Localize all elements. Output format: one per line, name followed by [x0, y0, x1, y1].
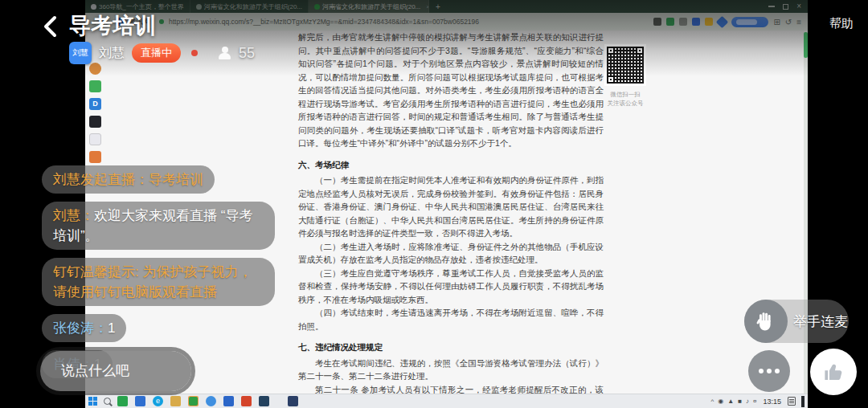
tab-favicon	[314, 4, 320, 10]
system-tray: ^ ◉ ▲ ■ ♪ ¤ 13:15	[711, 396, 805, 407]
qr-caption: 微信扫一扫 关注该公众号	[596, 90, 654, 108]
tray-icon: ▲	[727, 398, 734, 405]
chat-input[interactable]: 说点什么吧	[40, 351, 191, 391]
thumbs-up-icon	[821, 360, 845, 384]
taskbar-search-icon	[104, 398, 111, 405]
refresh-icon: ↺	[785, 18, 792, 27]
qr-block: 微信扫一扫 关注该公众号	[596, 47, 654, 108]
like-button[interactable]	[810, 349, 857, 395]
chat-sender-name: 张俊涛：	[53, 320, 108, 336]
article-paragraph: 第二十一条 参加考试人员有以下情形之一，经监考老师提醒后不改正的，该科考试成绩按…	[298, 383, 604, 394]
chat-message-system: 刘慧发起直播：导考培训	[42, 165, 215, 194]
taskbar-app-icon	[259, 396, 269, 406]
taskbar-app-icon	[241, 396, 252, 406]
chat-text: 刘慧发起直播：导考培训	[53, 172, 203, 187]
chat-text: 钉钉温馨提示: 为保护孩子视力，请使用钉钉电脑版观看直播	[53, 264, 252, 300]
article-paragraph: （一）考生需提前在指定时间凭本人准考证和有效期内的身份证件原件，到指定地点经监考…	[298, 173, 604, 240]
help-button[interactable]: 帮助	[829, 16, 854, 31]
desktop-shortcut-icon	[89, 116, 101, 128]
taskbar-app-icon-active	[188, 396, 199, 406]
viewer-count: 55	[239, 45, 255, 62]
new-tab-button: +	[429, 2, 447, 11]
browser-tab-active: 河南省文化和旅游厅关于组织(20... ×	[309, 0, 429, 13]
browser-logo-icon	[716, 15, 729, 28]
taskbar-app-icon: e	[153, 396, 163, 406]
taskbar-app-icon	[288, 396, 298, 406]
tab-favicon	[91, 4, 96, 10]
host-info-row: 刘慧 刘慧 直播中 55	[69, 42, 255, 64]
desktop-shortcut-icon	[89, 133, 101, 145]
article-paragraph: （四）考试结束时，考生请迅速离开考场，不得在考场附近逗留、喧哗，不得拍照。	[298, 306, 604, 333]
chat-sender-name: 刘慧：	[53, 208, 94, 223]
secure-site-icon	[159, 19, 164, 24]
url-text: https://mp.weixin.qq.com/s?__biz=MzItOTg…	[169, 18, 649, 26]
chat-message: 张俊涛：1	[42, 314, 126, 342]
browser-tab-bar: 360导航_一个主页，整个世界 河南省文化和旅游厅关于组织(20... 河南省文…	[85, 0, 808, 13]
browser-tab: 河南省文化和旅游厅关于组织(20...	[190, 0, 309, 13]
raise-hand-label: 举手连麦	[793, 300, 848, 343]
qr-caption-line1: 微信扫一扫	[596, 90, 654, 99]
desktop-shortcut-icon	[89, 63, 101, 75]
desktop-shortcut-icon	[89, 151, 101, 163]
menu-icon: ≡	[796, 18, 801, 27]
chat-message-notice: 钉钉温馨提示: 为保护孩子视力，请使用钉钉电脑版观看直播	[42, 258, 275, 306]
network-boost-button	[731, 17, 768, 27]
apps-grid-icon: ⊞	[773, 18, 780, 27]
browser-extension-icon	[692, 18, 700, 26]
article-body: 解完后，由考官就考生讲解中停顿的模拟讲解与考生讲解景点相关联的知识进行提问。其中…	[298, 31, 604, 394]
recording-dot-icon	[191, 50, 198, 56]
taskbar-pinned-apps: e	[117, 396, 298, 406]
desktop-icon-column: D	[89, 63, 104, 169]
tray-expand-icon: ^	[711, 398, 714, 405]
taskbar-app-icon	[206, 396, 216, 406]
chat-message: 刘慧：欢迎大家来观看直播 “导考培训”。	[42, 202, 275, 250]
tray-network-icon: ¤	[753, 398, 756, 405]
article-paragraph: 六、考场纪律	[298, 158, 604, 172]
raise-hand-icon	[744, 300, 788, 343]
tab-favicon	[196, 4, 202, 10]
article-paragraph: （二）考生进入考场时，应将除准考证、身份证件之外的其他物品（手机应设置成关机）存…	[298, 240, 604, 267]
windows-start-icon	[88, 397, 97, 406]
maximize-icon	[783, 4, 788, 10]
live-title: 导考培训	[69, 11, 156, 40]
article-paragraph: （三）考生应自觉遵守考场秩序，尊重考试工作人员，自觉接受监考人员的监督和检查，保…	[298, 267, 604, 307]
desktop-shortcut-icon	[89, 80, 101, 92]
browser-extension-icon	[705, 18, 713, 26]
browser-address-bar: ⌂ ☆ 腾讯网 https://mp.weixin.qq.com/s?__biz…	[85, 13, 808, 31]
browser-extension-icon	[653, 18, 661, 26]
host-name: 刘慧	[99, 45, 125, 62]
tray-volume-icon: ♪	[746, 398, 749, 405]
browser-extension-icon	[666, 18, 674, 26]
live-stream-screen: 360导航_一个主页，整个世界 河南省文化和旅游厅关于组织(20... 河南省文…	[0, 0, 868, 408]
host-avatar[interactable]: 刘慧	[69, 42, 92, 64]
taskbar-clock: 13:15	[763, 398, 781, 406]
taskbar-app-icon	[170, 396, 181, 406]
taskbar-app-icon	[223, 396, 234, 406]
taskbar-app-icon	[135, 396, 145, 406]
tab-title: 河南省文化和旅游厅关于组织(20...	[204, 2, 302, 11]
viewer-person-icon	[218, 47, 231, 59]
back-button[interactable]	[42, 14, 59, 39]
article-paragraph: 解完后，由考官就考生讲解中停顿的模拟讲解与考生讲解景点相关联的知识进行提问。其中…	[298, 31, 604, 150]
live-status-badge: 直播中	[132, 43, 181, 63]
scrollbar-thumb	[804, 32, 808, 58]
chat-text: 1	[108, 320, 115, 336]
tab-title: 河南省文化和旅游厅关于组织(20...	[322, 2, 420, 11]
desktop-shortcut-icon: D	[89, 98, 101, 110]
article-paragraph: 考生在考试期间违纪、违规的，按照《全国导游资格考试管理办法（试行）》第二十一条、…	[298, 357, 604, 383]
more-options-button[interactable]	[748, 350, 790, 392]
close-icon: ×	[796, 2, 801, 10]
show-desktop-button	[801, 396, 805, 407]
chat-message-list: 刘慧发起直播：导考培训 刘慧：欢迎大家来观看直播 “导考培训”。 钉钉温馨提示:…	[42, 165, 286, 378]
tray-icon: ◉	[718, 398, 723, 405]
raise-hand-button[interactable]: 举手连麦	[744, 300, 849, 343]
window-controls: ×	[768, 2, 808, 10]
article-paragraph: 七、违纪情况处理规定	[298, 341, 604, 354]
notification-center-icon	[788, 397, 796, 406]
minimize-icon	[768, 6, 775, 7]
browser-extension-icon	[679, 18, 687, 26]
windows-taskbar: e ^ ◉ ▲ ■ ♪ ¤ 13:15	[85, 394, 808, 408]
qr-caption-line2: 关注该公众号	[596, 99, 654, 108]
tab-title: 360导航_一个主页，整个世界	[99, 2, 184, 11]
qr-code	[607, 47, 644, 84]
